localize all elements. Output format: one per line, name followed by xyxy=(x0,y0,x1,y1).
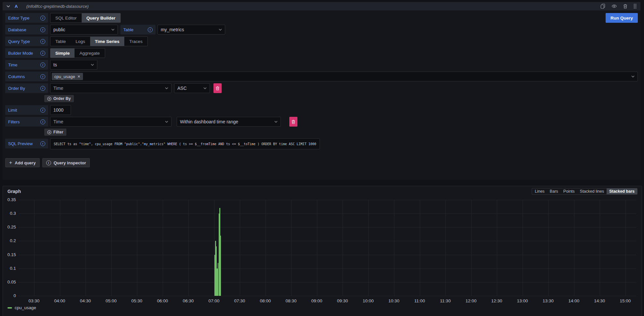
chevron-down-icon xyxy=(203,87,207,89)
info-icon[interactable] xyxy=(40,119,45,124)
graph-panel: Graph Lines Bars Points Stacked lines St… xyxy=(3,186,642,316)
chevron-down-icon xyxy=(219,29,222,31)
column-tag-cpu-usage[interactable]: cpu_usage ✕ xyxy=(52,73,83,80)
filters-label: Filters xyxy=(5,117,48,127)
add-filter-button[interactable]: Filter xyxy=(44,129,66,136)
y-axis-tick-label: 0.2 xyxy=(3,238,16,243)
chevron-down-icon xyxy=(274,121,278,123)
remove-order-by-button[interactable] xyxy=(213,83,222,93)
y-axis-tick-label: 0.05 xyxy=(3,280,16,284)
table-label: Table xyxy=(120,25,156,34)
x-axis-tick-label: 03:30 xyxy=(24,298,44,303)
query-type-option-time-series[interactable]: Time Series xyxy=(90,37,125,46)
x-axis-tick-label: 06:00 xyxy=(153,298,172,303)
columns-label-text: Columns xyxy=(8,74,25,79)
run-query-button[interactable]: Run Query xyxy=(606,13,638,23)
info-icon[interactable] xyxy=(148,27,153,32)
table-select[interactable]: my_metrics xyxy=(158,25,225,34)
database-label-text: Database xyxy=(8,27,26,32)
order-by-row: Order By Time ASC xyxy=(5,83,638,93)
add-query-button[interactable]: + Add query xyxy=(5,158,40,167)
x-axis-tick-label: 11:30 xyxy=(436,298,455,303)
x-axis-tick-label: 12:30 xyxy=(487,298,507,303)
sql-preview-label: SQL Preview xyxy=(5,139,48,148)
x-axis-tick-label: 10:00 xyxy=(359,298,378,303)
query-ref-id[interactable]: A xyxy=(15,4,18,9)
order-by-field-select[interactable]: Time xyxy=(50,83,171,93)
query-row-a: A (info8fcc-greptimedb-datasource) xyxy=(3,2,640,180)
time-series-plot[interactable]: 00.050.10.150.20.250.30.3503:3004:0004:3… xyxy=(3,186,642,316)
filter-condition-select[interactable]: Within dashboard time range xyxy=(177,117,281,127)
sql-preview-row: SQL Preview SELECT ts as "time", cpu_usa… xyxy=(5,139,638,149)
filters-row: Filters Time Within dashboard time range xyxy=(5,117,638,127)
legend-item-cpu-usage[interactable]: cpu_usage xyxy=(7,305,36,310)
y-axis-tick-label: 0.15 xyxy=(3,252,16,257)
delete-query-icon[interactable] xyxy=(623,4,627,9)
info-icon[interactable] xyxy=(40,51,45,56)
info-icon[interactable] xyxy=(40,86,45,91)
x-axis-tick-label: 08:00 xyxy=(256,298,275,303)
info-icon xyxy=(46,160,51,165)
limit-label-text: Limit xyxy=(8,108,17,113)
info-icon[interactable] xyxy=(40,108,45,113)
limit-input[interactable] xyxy=(50,105,71,115)
info-icon[interactable] xyxy=(40,74,45,79)
builder-mode-switch: Simple Aggregate xyxy=(50,48,105,58)
x-axis-tick-label: 09:00 xyxy=(307,298,327,303)
y-axis-tick-label: 0.35 xyxy=(3,197,16,202)
columns-multiselect[interactable]: cpu_usage ✕ xyxy=(50,72,638,81)
add-order-by-button[interactable]: Order By xyxy=(44,95,74,102)
order-by-direction-select[interactable]: ASC xyxy=(174,83,210,93)
editor-type-option-sql-editor[interactable]: SQL Editor xyxy=(50,13,82,22)
legend-series-label: cpu_usage xyxy=(15,305,36,310)
database-label: Database xyxy=(5,25,48,34)
query-type-option-logs[interactable]: Logs xyxy=(71,37,90,46)
info-icon[interactable] xyxy=(40,39,45,44)
duplicate-query-icon[interactable] xyxy=(600,4,605,9)
editor-footer: + Add query Query inspector xyxy=(5,158,638,167)
info-icon[interactable] xyxy=(40,62,45,67)
datasource-name: (info8fcc-greptimedb-datasource) xyxy=(26,4,89,9)
drag-handle-icon[interactable] xyxy=(634,4,637,9)
builder-mode-row: Builder Mode Simple Aggregate xyxy=(5,48,638,58)
time-column-value: ts xyxy=(53,62,57,67)
query-type-option-table[interactable]: Table xyxy=(50,37,71,46)
chevron-down-icon xyxy=(111,29,115,31)
database-select[interactable]: public xyxy=(50,25,118,34)
x-axis-tick-label: 15:00 xyxy=(616,298,635,303)
remove-filter-button[interactable] xyxy=(289,117,297,127)
order-by-label-text: Order By xyxy=(8,86,25,91)
query-row-header[interactable]: A (info8fcc-greptimedb-datasource) xyxy=(3,2,640,10)
collapse-chevron-icon[interactable] xyxy=(7,5,10,7)
time-column-select[interactable]: ts xyxy=(50,60,97,70)
x-axis-tick-label: 06:30 xyxy=(179,298,198,303)
order-by-direction-value: ASC xyxy=(177,86,187,91)
y-axis-tick-label: 0 xyxy=(3,293,16,298)
query-type-label: Query Type xyxy=(5,36,48,46)
x-axis-tick-label: 04:30 xyxy=(76,298,95,303)
order-by-add-row: Order By xyxy=(44,95,638,102)
filter-field-select[interactable]: Time xyxy=(50,117,171,127)
builder-mode-option-simple[interactable]: Simple xyxy=(50,48,75,58)
x-axis-tick-label: 13:30 xyxy=(539,298,558,303)
info-icon[interactable] xyxy=(40,16,45,21)
builder-mode-label: Builder Mode xyxy=(5,48,48,58)
info-icon[interactable] xyxy=(40,27,45,32)
table-value: my_metrics xyxy=(161,27,184,32)
sql-preview-code: SELECT ts as "time", cpu_usage FROM "pub… xyxy=(50,138,320,149)
y-axis-tick-label: 0.25 xyxy=(3,225,16,229)
query-inspector-button[interactable]: Query inspector xyxy=(42,158,90,167)
query-actions xyxy=(600,4,637,9)
builder-mode-option-aggregate[interactable]: Aggregate xyxy=(75,48,104,58)
toggle-visibility-eye-icon[interactable] xyxy=(611,4,617,9)
add-filter-label: Filter xyxy=(53,130,63,134)
columns-row: Columns cpu_usage ✕ xyxy=(5,72,638,81)
info-icon[interactable] xyxy=(40,141,45,146)
legend-color-swatch xyxy=(7,307,12,309)
x-axis-tick-label: 05:00 xyxy=(102,298,121,303)
stacked-bar xyxy=(220,236,221,296)
y-axis-tick-label: 0.1 xyxy=(3,266,16,271)
editor-type-option-query-builder[interactable]: Query Builder xyxy=(82,13,120,22)
query-type-option-traces[interactable]: Traces xyxy=(124,37,147,46)
remove-tag-icon[interactable]: ✕ xyxy=(77,75,80,79)
